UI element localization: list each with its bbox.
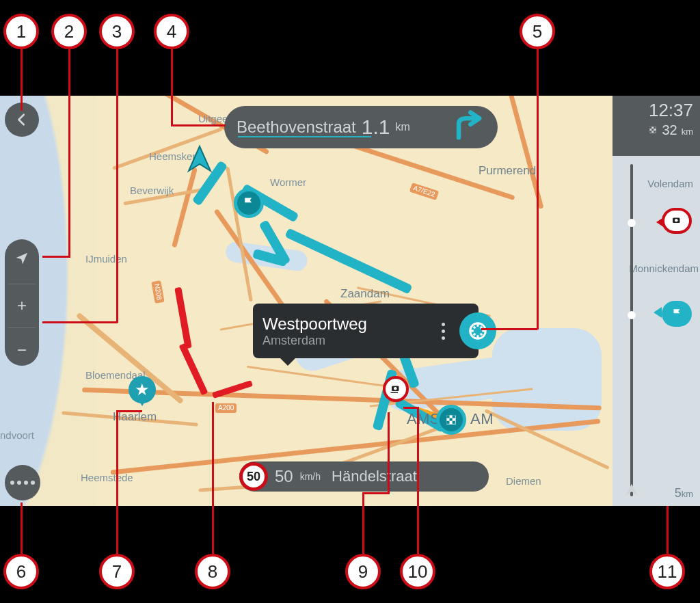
- svg-point-8: [394, 387, 397, 390]
- callout-5: 5: [520, 14, 555, 49]
- popup-subtitle: Amsterdam: [262, 334, 427, 348]
- rb-place-monnickendam: Monnickendam: [629, 263, 699, 274]
- svg-rect-14: [652, 129, 654, 131]
- switch-view-button[interactable]: [9, 245, 35, 271]
- callout-2: 2: [51, 14, 87, 49]
- callout-9: 9: [345, 554, 381, 589]
- drive-here-button[interactable]: [459, 312, 496, 349]
- rb-waypoint-icon[interactable]: [662, 301, 692, 327]
- callout-10: 10: [400, 554, 435, 589]
- selected-location-popup[interactable]: Westpoortweg Amsterdam: [253, 304, 479, 358]
- svg-rect-2: [446, 415, 449, 418]
- callout-3: 3: [99, 14, 135, 49]
- rb-speed-camera-icon[interactable]: [662, 208, 692, 234]
- route-progress-track: [630, 164, 633, 496]
- next-turn-street: Beethovenstraat: [237, 118, 356, 137]
- callout-1: 1: [3, 14, 39, 49]
- favorite-pin[interactable]: ★: [129, 376, 159, 406]
- svg-rect-13: [654, 126, 656, 129]
- rb-remaining-distance: 5km: [675, 486, 693, 500]
- svg-rect-9: [391, 392, 399, 394]
- arrival-time: 12:37: [619, 100, 693, 121]
- zoom-out-button[interactable]: −: [17, 340, 27, 360]
- next-turn-unit: km: [396, 121, 410, 133]
- mw-a200: A200: [215, 403, 237, 413]
- callout-8: 8: [195, 554, 230, 589]
- svg-rect-3: [453, 415, 455, 418]
- destination-flag-icon: [648, 125, 658, 137]
- current-location-icon: [183, 144, 216, 176]
- speed-limit-sign: 50: [239, 462, 268, 491]
- popup-more-button[interactable]: [436, 323, 450, 340]
- rb-place-volendam: Volendam: [647, 178, 693, 189]
- main-menu-button[interactable]: [5, 465, 40, 500]
- callout-7: 7: [99, 554, 135, 589]
- dest-distance-value: 32: [662, 122, 677, 138]
- dest-distance-unit: km: [682, 126, 693, 137]
- arrival-info-panel[interactable]: 12:37 32 km: [612, 96, 700, 156]
- current-street: Händelstraat: [332, 468, 417, 485]
- map-viewport[interactable]: Uitgees Heemskerk Beverwijk IJmuiden Blo…: [0, 96, 700, 506]
- callout-6: 6: [3, 554, 39, 589]
- svg-rect-5: [446, 421, 449, 424]
- next-turn-distance: 1.1: [362, 116, 390, 139]
- route-bar[interactable]: 12:37 32 km Volendam Monnickendam 5km: [612, 96, 700, 506]
- speed-camera-icon[interactable]: [383, 376, 409, 402]
- current-speed-value: 50: [275, 467, 293, 486]
- svg-marker-0: [189, 146, 211, 171]
- svg-point-19: [675, 219, 678, 222]
- svg-rect-4: [450, 418, 453, 421]
- callout-4: 4: [154, 14, 189, 49]
- zoom-in-button[interactable]: +: [17, 296, 27, 315]
- svg-rect-15: [650, 131, 652, 133]
- route-destination-marker[interactable]: [436, 405, 466, 435]
- turn-instruction-panel[interactable]: Beethovenstraat 1.1 km: [224, 106, 498, 148]
- svg-rect-6: [453, 421, 455, 424]
- svg-rect-16: [654, 131, 656, 133]
- route-start-marker[interactable]: [234, 188, 264, 218]
- popup-title: Westpoortweg: [262, 314, 427, 334]
- svg-rect-12: [650, 126, 652, 129]
- speed-panel: 50 50 km/h Händelstraat: [239, 461, 489, 492]
- turn-right-icon: [450, 108, 485, 146]
- zoom-control: + −: [5, 239, 39, 366]
- svg-marker-17: [626, 484, 638, 496]
- callout-11: 11: [649, 554, 685, 589]
- current-speed-unit: km/h: [300, 471, 321, 482]
